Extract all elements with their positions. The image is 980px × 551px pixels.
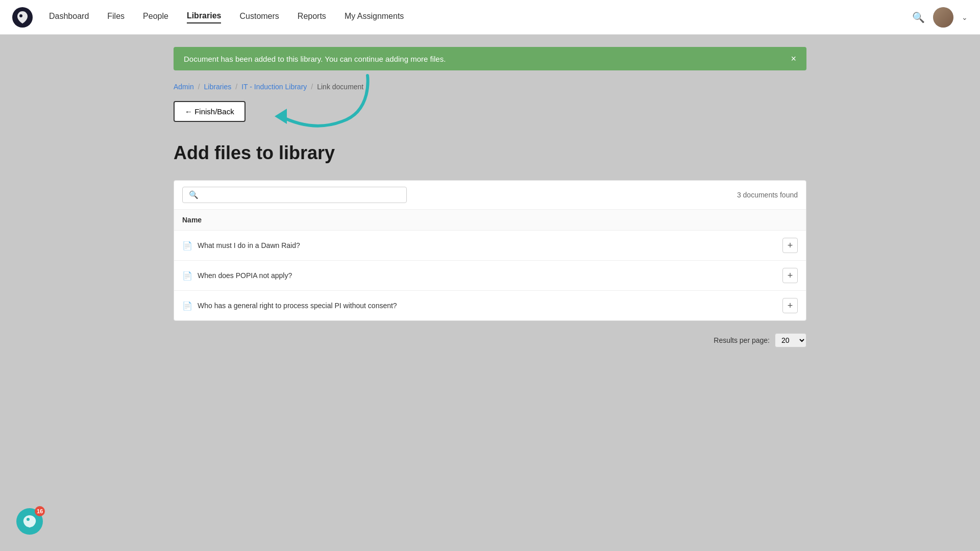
- nav-links: Dashboard Files People Libraries Custome…: [49, 11, 912, 23]
- notification-message: Document has been added to this library.…: [184, 55, 446, 63]
- breadcrumb-link-document: Link document: [317, 83, 363, 91]
- doc-file-icon-1: 📄: [182, 241, 192, 251]
- search-icon-small: 🔍: [189, 190, 199, 199]
- search-bar-row: 🔍 3 documents found: [174, 181, 806, 210]
- navbar: Dashboard Files People Libraries Custome…: [0, 0, 980, 35]
- column-header-name: Name: [174, 210, 806, 231]
- search-input-wrap[interactable]: 🔍: [182, 187, 407, 203]
- doc-name-3: 📄 Who has a general right to process spe…: [182, 301, 397, 311]
- nav-reports[interactable]: Reports: [298, 12, 326, 23]
- chevron-down-icon[interactable]: ⌄: [962, 13, 968, 21]
- notification-banner: Document has been added to this library.…: [174, 47, 806, 70]
- doc-file-icon-3: 📄: [182, 301, 192, 311]
- document-list-container: 🔍 3 documents found Name 📄 What must I d…: [174, 180, 806, 321]
- nav-dashboard[interactable]: Dashboard: [49, 12, 89, 23]
- nav-customers[interactable]: Customers: [239, 12, 279, 23]
- page-title: Add files to library: [174, 142, 806, 164]
- bottom-icon[interactable]: 16: [16, 508, 43, 535]
- nav-right: 🔍 ⌄: [912, 7, 968, 28]
- nav-libraries[interactable]: Libraries: [187, 11, 222, 23]
- breadcrumb-admin[interactable]: Admin: [174, 83, 194, 91]
- breadcrumb-libraries[interactable]: Libraries: [204, 83, 232, 91]
- nav-files[interactable]: Files: [107, 12, 125, 23]
- search-input[interactable]: [203, 191, 400, 199]
- document-count: 3 documents found: [737, 191, 798, 199]
- search-icon[interactable]: 🔍: [912, 11, 925, 23]
- doc-name-1: 📄 What must I do in a Dawn Raid?: [182, 241, 300, 251]
- finish-back-button[interactable]: ← Finish/Back: [174, 101, 246, 122]
- breadcrumb-sep-1: /: [198, 83, 200, 91]
- add-doc-button-3[interactable]: +: [782, 298, 798, 313]
- doc-label-1: What must I do in a Dawn Raid?: [198, 241, 300, 249]
- doc-label-2: When does POPIA not apply?: [198, 271, 292, 280]
- add-doc-button-1[interactable]: +: [782, 238, 798, 253]
- nav-my-assignments[interactable]: My Assignments: [345, 12, 404, 23]
- table-row: 📄 When does POPIA not apply? +: [174, 261, 806, 291]
- add-doc-button-2[interactable]: +: [782, 268, 798, 283]
- breadcrumb-sep-3: /: [311, 83, 313, 91]
- doc-label-3: Who has a general right to process speci…: [198, 302, 397, 310]
- per-page-select[interactable]: 10 20 50 100: [775, 333, 806, 347]
- breadcrumb: Admin / Libraries / IT - Induction Libra…: [174, 83, 806, 91]
- results-per-page-label: Results per page:: [714, 336, 770, 344]
- breadcrumb-it-library[interactable]: IT - Induction Library: [241, 83, 307, 91]
- nav-people[interactable]: People: [143, 12, 168, 23]
- table-row: 📄 Who has a general right to process spe…: [174, 291, 806, 320]
- breadcrumb-sep-2: /: [235, 83, 237, 91]
- avatar[interactable]: [933, 7, 953, 28]
- svg-point-4: [27, 518, 30, 521]
- pagination-row: Results per page: 10 20 50 100: [174, 333, 806, 347]
- doc-name-2: 📄 When does POPIA not apply?: [182, 271, 292, 281]
- svg-point-1: [19, 14, 22, 17]
- svg-marker-2: [275, 109, 287, 124]
- app-logo[interactable]: [12, 7, 33, 28]
- table-row: 📄 What must I do in a Dawn Raid? +: [174, 231, 806, 261]
- doc-file-icon-2: 📄: [182, 271, 192, 281]
- notification-close-button[interactable]: ×: [791, 54, 796, 63]
- bottom-icon-badge: 16: [35, 506, 45, 516]
